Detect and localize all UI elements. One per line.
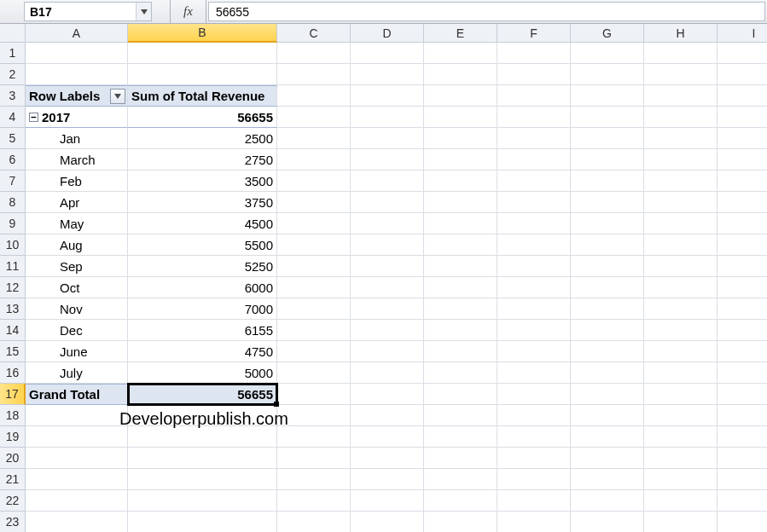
cell[interactable] bbox=[571, 277, 644, 298]
cell[interactable] bbox=[424, 149, 497, 171]
cell[interactable] bbox=[571, 469, 644, 490]
row-header-8[interactable]: 8 bbox=[0, 192, 26, 213]
cell[interactable] bbox=[351, 277, 424, 298]
cell[interactable] bbox=[26, 64, 128, 85]
cell[interactable] bbox=[497, 512, 571, 532]
cell[interactable] bbox=[497, 341, 571, 362]
cell[interactable] bbox=[571, 298, 644, 320]
cell[interactable] bbox=[718, 277, 767, 298]
pivot-month-label[interactable]: July bbox=[26, 362, 128, 384]
cell[interactable] bbox=[718, 469, 767, 490]
cell[interactable] bbox=[497, 298, 571, 320]
cell[interactable] bbox=[497, 426, 571, 448]
cell[interactable] bbox=[571, 171, 644, 192]
cell[interactable] bbox=[644, 426, 718, 448]
cell[interactable] bbox=[424, 384, 497, 405]
row-header-12[interactable]: 12 bbox=[0, 277, 26, 298]
pivot-month-value[interactable]: 6155 bbox=[128, 320, 277, 341]
cell[interactable] bbox=[497, 43, 571, 64]
column-header-I[interactable]: I bbox=[718, 24, 767, 43]
cell[interactable] bbox=[497, 490, 571, 512]
cell[interactable] bbox=[497, 192, 571, 213]
cell[interactable] bbox=[644, 171, 718, 192]
cell[interactable] bbox=[26, 43, 128, 64]
column-header-B[interactable]: B bbox=[128, 24, 277, 43]
cell[interactable] bbox=[128, 43, 277, 64]
cell[interactable] bbox=[644, 469, 718, 490]
cell[interactable] bbox=[718, 448, 767, 469]
pivot-month-value[interactable]: 5000 bbox=[128, 362, 277, 384]
cell[interactable] bbox=[644, 490, 718, 512]
row-header-22[interactable]: 22 bbox=[0, 490, 26, 512]
cell[interactable] bbox=[644, 128, 718, 149]
cell[interactable] bbox=[497, 256, 571, 277]
cell[interactable] bbox=[277, 320, 351, 341]
cell[interactable] bbox=[571, 448, 644, 469]
cell[interactable] bbox=[644, 43, 718, 64]
cell[interactable] bbox=[424, 512, 497, 532]
cell[interactable] bbox=[424, 469, 497, 490]
column-header-D[interactable]: D bbox=[351, 24, 424, 43]
row-header-17[interactable]: 17 bbox=[0, 384, 26, 405]
cell[interactable] bbox=[644, 234, 718, 256]
cell[interactable] bbox=[351, 192, 424, 213]
cell[interactable] bbox=[351, 362, 424, 384]
cell[interactable] bbox=[718, 362, 767, 384]
cell[interactable] bbox=[277, 213, 351, 234]
name-box-dropdown[interactable] bbox=[136, 3, 151, 20]
cell[interactable] bbox=[424, 85, 497, 107]
cell[interactable] bbox=[497, 320, 571, 341]
cell[interactable] bbox=[351, 512, 424, 532]
cell[interactable] bbox=[571, 512, 644, 532]
cell[interactable] bbox=[351, 256, 424, 277]
cell[interactable] bbox=[571, 341, 644, 362]
cell[interactable] bbox=[497, 213, 571, 234]
cell[interactable] bbox=[351, 171, 424, 192]
cell[interactable] bbox=[424, 171, 497, 192]
pivot-month-value[interactable]: 4750 bbox=[128, 341, 277, 362]
cell[interactable] bbox=[128, 512, 277, 532]
cell[interactable] bbox=[424, 426, 497, 448]
cell[interactable] bbox=[718, 107, 767, 128]
cell[interactable] bbox=[351, 426, 424, 448]
pivot-month-value[interactable]: 3750 bbox=[128, 192, 277, 213]
cell[interactable] bbox=[644, 149, 718, 171]
row-header-10[interactable]: 10 bbox=[0, 234, 26, 256]
cell[interactable] bbox=[277, 298, 351, 320]
pivot-month-value[interactable]: 5250 bbox=[128, 256, 277, 277]
cell[interactable] bbox=[277, 277, 351, 298]
pivot-grand-total-value[interactable]: 56655 bbox=[128, 384, 277, 405]
cell[interactable] bbox=[277, 362, 351, 384]
cell[interactable] bbox=[128, 64, 277, 85]
cell[interactable] bbox=[128, 426, 277, 448]
pivot-month-label[interactable]: June bbox=[26, 341, 128, 362]
cell[interactable] bbox=[497, 405, 571, 426]
cell[interactable] bbox=[571, 192, 644, 213]
cell[interactable] bbox=[497, 128, 571, 149]
cell[interactable] bbox=[128, 490, 277, 512]
cell[interactable] bbox=[351, 405, 424, 426]
pivot-month-value[interactable]: 6000 bbox=[128, 277, 277, 298]
cell[interactable] bbox=[497, 384, 571, 405]
pivot-month-value[interactable]: 4500 bbox=[128, 213, 277, 234]
cell[interactable] bbox=[277, 128, 351, 149]
cell[interactable] bbox=[571, 490, 644, 512]
cell[interactable] bbox=[644, 298, 718, 320]
pivot-month-label[interactable]: Dec bbox=[26, 320, 128, 341]
name-box[interactable]: B17 bbox=[25, 3, 136, 20]
cell[interactable] bbox=[424, 405, 497, 426]
cell[interactable] bbox=[644, 448, 718, 469]
cell[interactable] bbox=[571, 234, 644, 256]
cell[interactable] bbox=[571, 64, 644, 85]
row-header-2[interactable]: 2 bbox=[0, 64, 26, 85]
cell[interactable] bbox=[644, 362, 718, 384]
cell[interactable] bbox=[497, 234, 571, 256]
column-header-G[interactable]: G bbox=[571, 24, 644, 43]
cell[interactable] bbox=[424, 320, 497, 341]
cell[interactable] bbox=[277, 107, 351, 128]
cell[interactable] bbox=[571, 256, 644, 277]
row-header-18[interactable]: 18 bbox=[0, 405, 26, 426]
cell[interactable] bbox=[277, 234, 351, 256]
cell[interactable] bbox=[497, 277, 571, 298]
cell[interactable] bbox=[351, 384, 424, 405]
